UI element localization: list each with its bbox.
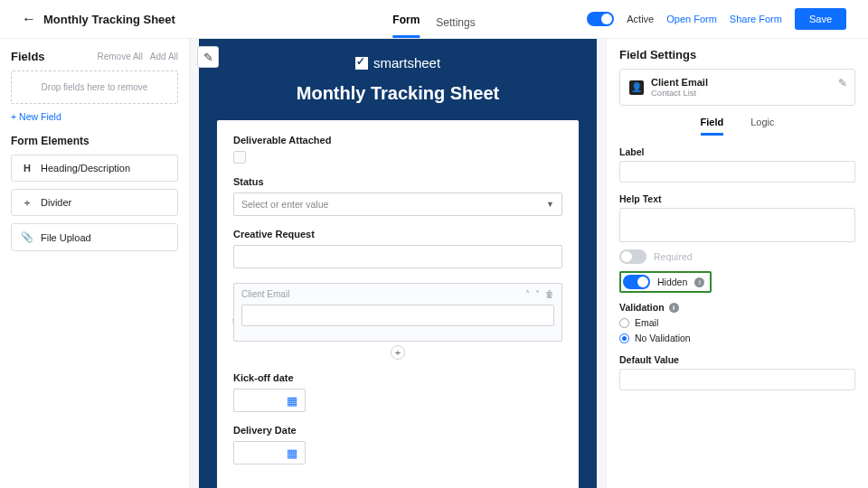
help-text-input[interactable] <box>619 208 855 242</box>
brand-logo-icon <box>355 57 368 70</box>
field-status-label: Status <box>233 176 562 187</box>
new-field-link[interactable]: + New Field <box>11 111 178 122</box>
add-field-button[interactable]: + <box>391 345 405 360</box>
topbar-actions: Active Open Form Share Form Save <box>587 8 846 30</box>
hidden-highlight: Hidden i <box>619 271 712 293</box>
add-field-below: + <box>233 345 562 360</box>
current-field-name: Client Email <box>651 77 708 88</box>
share-form-link[interactable]: Share Form <box>730 14 782 24</box>
main-layout: Fields Remove All Add All Drop fields he… <box>0 38 868 488</box>
validation-none-label: No Validation <box>635 333 691 343</box>
selected-field-label: Client Email <box>241 289 289 299</box>
page-title: Monthly Tracking Sheet <box>43 13 175 26</box>
field-deliverable-label: Deliverable Attached <box>233 135 562 145</box>
radio-no-validation[interactable] <box>619 333 629 343</box>
info-icon[interactable]: i <box>694 277 704 287</box>
form-title: Monthly Tracking Sheet <box>199 83 597 104</box>
add-all-link[interactable]: Add All <box>150 52 178 61</box>
help-text-heading: Help Text <box>619 193 855 204</box>
required-toggle[interactable] <box>619 249 646 264</box>
settings-tab-logic[interactable]: Logic <box>750 117 774 136</box>
field-delivery-label: Delivery Date <box>233 425 562 436</box>
required-label: Required <box>654 251 693 262</box>
field-status-placeholder: Select or enter value <box>241 199 328 210</box>
element-divider[interactable]: ÷ Divider <box>11 189 178 216</box>
paint-icon: ✎ <box>203 51 213 64</box>
form-canvas: smartsheet Monthly Tracking Sheet Delive… <box>199 39 597 488</box>
settings-tab-field[interactable]: Field <box>701 117 724 136</box>
default-value-heading: Default Value <box>619 354 855 365</box>
field-delivery-date[interactable]: ▦ <box>233 441 306 465</box>
collapse-up-icon[interactable]: ˄ <box>525 289 530 299</box>
edit-field-icon[interactable]: ✎ <box>838 77 847 89</box>
element-heading-label: Heading/Description <box>41 163 130 174</box>
attachment-icon: 📎 <box>21 231 33 243</box>
validation-none-row[interactable]: No Validation <box>619 333 855 343</box>
settings-tabs: Field Logic <box>619 117 855 136</box>
form-body: Deliverable Attached Status Select or en… <box>217 120 579 488</box>
calendar-icon: ▦ <box>287 446 297 460</box>
field-settings-title: Field Settings <box>619 48 855 61</box>
heading-icon: H <box>21 163 33 174</box>
divider-icon: ÷ <box>21 197 33 208</box>
element-divider-label: Divider <box>41 197 71 208</box>
validation-heading: Validation i <box>619 302 855 313</box>
hidden-row: Hidden i <box>619 271 855 293</box>
fields-bulk-actions: Remove All Add All <box>97 52 178 61</box>
open-form-link[interactable]: Open Form <box>666 14 717 24</box>
calendar-icon: ▦ <box>287 394 297 408</box>
field-kickoff-date[interactable]: ▦ <box>233 389 306 412</box>
field-status-select[interactable]: Select or enter value ▼ <box>233 192 562 216</box>
save-button[interactable]: Save <box>795 8 846 30</box>
brand-text: smartsheet <box>373 55 440 70</box>
tab-settings[interactable]: Settings <box>436 16 475 38</box>
radio-email[interactable] <box>619 318 629 328</box>
label-heading: Label <box>619 146 855 157</box>
contact-icon: 👤 <box>629 80 644 95</box>
field-deliverable-checkbox[interactable] <box>233 151 246 164</box>
fields-title: Fields <box>11 50 45 63</box>
field-creative-input[interactable] <box>233 245 562 268</box>
current-field-type: Contact List <box>651 88 708 98</box>
field-settings-panel: Field Settings 👤 Client Email Contact Li… <box>606 39 868 488</box>
hidden-toggle[interactable] <box>623 275 650 289</box>
form-elements-title: Form Elements <box>11 135 178 147</box>
brand: smartsheet <box>199 39 597 70</box>
field-kickoff-label: Kick-off date <box>233 372 562 383</box>
top-bar: ← Monthly Tracking Sheet Form Settings A… <box>0 0 868 38</box>
current-field-card: 👤 Client Email Contact List ✎ <box>619 69 855 106</box>
validation-email-label: Email <box>635 317 658 328</box>
validation-email-row[interactable]: Email <box>619 317 855 328</box>
required-row: Required <box>619 249 855 264</box>
delete-field-icon[interactable]: 🗑 <box>545 289 554 299</box>
default-value-input[interactable] <box>619 369 855 390</box>
selected-field-client-email[interactable]: Client Email ˄ ˅ 🗑 <box>233 283 562 342</box>
element-heading[interactable]: H Heading/Description <box>11 155 178 182</box>
theme-button[interactable]: ✎ <box>197 46 219 68</box>
active-toggle-label: Active <box>627 14 654 24</box>
collapse-down-icon[interactable]: ˅ <box>535 289 540 299</box>
element-upload-label: File Upload <box>41 232 91 243</box>
builder-tabs: Form Settings <box>392 0 475 38</box>
field-creative-label: Creative Request <box>233 229 562 239</box>
info-icon[interactable]: i <box>669 303 679 313</box>
hidden-label: Hidden <box>657 277 687 287</box>
tab-form[interactable]: Form <box>392 14 420 38</box>
left-panel: Fields Remove All Add All Drop fields he… <box>0 39 190 488</box>
active-toggle[interactable] <box>587 12 614 26</box>
fields-header: Fields Remove All Add All <box>11 50 178 63</box>
chevron-down-icon: ▼ <box>546 200 554 209</box>
remove-dropzone[interactable]: Drop fields here to remove <box>11 70 178 104</box>
back-icon[interactable]: ← <box>22 11 36 27</box>
preview-pane: ✎ smartsheet Monthly Tracking Sheet Deli… <box>190 39 606 488</box>
validation-label: Validation <box>619 302 665 313</box>
remove-all-link[interactable]: Remove All <box>97 52 143 61</box>
element-file-upload[interactable]: 📎 File Upload <box>11 223 178 251</box>
label-input[interactable] <box>619 161 855 183</box>
field-client-email-input[interactable] <box>241 305 554 326</box>
